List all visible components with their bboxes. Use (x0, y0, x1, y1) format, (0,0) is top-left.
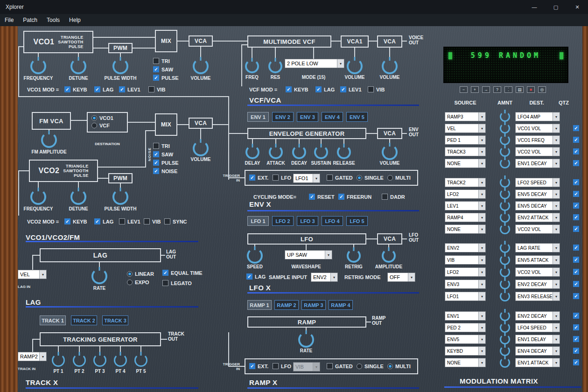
matrix-qtz-checkbox[interactable] (573, 348, 579, 354)
env-decay-knob[interactable] (292, 145, 306, 159)
vco1-frequency-knob[interactable] (30, 58, 46, 74)
fm-dest-vcf-option[interactable]: VCF (91, 123, 110, 128)
vco1-mod-vib-checkbox[interactable] (148, 86, 154, 92)
env-trigger-single-option[interactable]: SINGLE (357, 175, 384, 181)
matrix-dest-select[interactable]: VCO2 VOL▾ (515, 267, 560, 277)
lag-equal-time-check[interactable]: EQUAL TIME (162, 270, 203, 276)
vcf-res-knob[interactable] (268, 59, 282, 73)
env-trigger-ext-check[interactable]: EXT. (249, 175, 268, 181)
ramp-3-button[interactable]: RAMP 3 (301, 300, 326, 310)
matrix-qtz-checkbox[interactable] (573, 336, 579, 342)
matrix-source-select[interactable]: TRACK3▾ (445, 147, 486, 156)
matrix-qtz-checkbox[interactable] (573, 324, 579, 330)
matrix-amount-knob[interactable] (500, 334, 510, 344)
matrix-qtz-checkbox[interactable] (573, 137, 579, 143)
matrix-qtz-checkbox[interactable] (573, 269, 579, 275)
vco1-mod-lev1-check[interactable]: LEV1 (119, 86, 140, 92)
voice-vca-volume-knob[interactable] (382, 58, 398, 74)
mix2-saw-check[interactable]: SAW (153, 151, 173, 157)
matrix-dest-select[interactable]: ENV2 DECAY▾ (515, 311, 560, 321)
env-delay-knob[interactable] (245, 145, 259, 159)
track-pt2-knob[interactable] (73, 354, 86, 367)
fm-dest-vco1-radio[interactable] (91, 115, 97, 121)
matrix-dest-select[interactable]: LFO4 AMP▾ (515, 112, 560, 121)
matrix-qtz-checkbox[interactable] (573, 203, 579, 209)
lfo-2-button[interactable]: LFO 2 (272, 216, 294, 226)
ramp-trigger-single-option[interactable]: SINGLE (357, 364, 384, 369)
matrix-source-select[interactable]: NONE▾ (445, 224, 486, 234)
record-button[interactable]: ■ (527, 86, 535, 93)
ramp-trigger-gated-check[interactable]: GATED (327, 363, 353, 369)
vco1-mix-tri-checkbox[interactable] (153, 58, 159, 64)
fm-dest-vco1-option[interactable]: VCO1 (91, 115, 113, 121)
lag-legato-checkbox[interactable] (162, 280, 168, 286)
matrix-qtz-checkbox[interactable] (573, 160, 579, 166)
lag-rate-knob[interactable] (91, 268, 107, 284)
mix2-tri-checkbox[interactable] (153, 143, 159, 149)
env-4-button[interactable]: ENV 4 (322, 112, 343, 122)
ramp-trigger-multi-radio[interactable] (387, 364, 393, 369)
send-button[interactable]: → (482, 86, 490, 93)
matrix-amount-knob[interactable] (500, 212, 510, 223)
lfo-speed-knob[interactable] (247, 248, 263, 264)
env-trigger-lfo-check[interactable]: LFO (273, 175, 291, 181)
env-attack-knob[interactable] (269, 145, 283, 159)
close-button[interactable]: ✕ (567, 0, 588, 14)
matrix-source-select[interactable]: NONE▾ (445, 358, 486, 367)
ramp-trigger-ext-check[interactable]: EXT. (249, 363, 268, 369)
matrix-dest-select[interactable]: ENV2 DECAY▾ (515, 280, 560, 289)
matrix-amount-knob[interactable] (500, 224, 510, 234)
vco1-mod-lev1-checkbox[interactable] (119, 86, 125, 92)
matrix-dest-select[interactable]: ENV5 ATTACK▾ (515, 255, 560, 265)
more-button[interactable]: ⁚ (504, 86, 512, 93)
matrix-source-select[interactable]: RAMP3▾ (445, 112, 486, 121)
vco1-mix-pulse-checkbox[interactable] (153, 75, 159, 81)
matrix-source-select[interactable]: NONE▾ (445, 159, 486, 168)
matrix-dest-select[interactable]: LFO4 SPEED▾ (515, 323, 560, 332)
cycling-freerun-check[interactable]: FREERUN (338, 194, 371, 200)
matrix-source-select[interactable]: TRACK2▾ (445, 178, 486, 187)
minimize-button[interactable]: — (524, 0, 545, 14)
matrix-amount-knob[interactable] (500, 267, 510, 277)
vco1-mix-saw-check[interactable]: SAW (153, 66, 173, 72)
mix2-pulse-check[interactable]: PULSE (153, 160, 179, 166)
ramp-trigger-multi-option[interactable]: MULTI (387, 364, 411, 369)
vco1-mod-keyb-checkbox[interactable] (64, 86, 70, 92)
vco2-detune-knob[interactable] (70, 189, 86, 205)
vco1-mix-saw-checkbox[interactable] (153, 66, 159, 72)
matrix-dest-select[interactable]: ENV1 DELAY▾ (515, 335, 560, 344)
track-in-select[interactable]: RAMP2▾ (18, 352, 47, 361)
matrix-qtz-checkbox[interactable] (573, 226, 579, 232)
cycling-reset-check[interactable]: RESET (309, 194, 335, 200)
ramp-trigger-gated-checkbox[interactable] (327, 363, 333, 369)
vcf-mod-keyb-checkbox[interactable] (286, 86, 292, 92)
matrix-dest-select[interactable]: ENV1 DECAY▾ (515, 159, 560, 168)
lag-legato-check[interactable]: LEGATO (162, 280, 192, 286)
matrix-amount-knob[interactable] (500, 158, 510, 168)
vco2-mod-vib-checkbox[interactable] (144, 218, 150, 224)
vcf-mod-lev1-check[interactable]: LEV1 (340, 86, 362, 92)
env-trigger-lfo-checkbox[interactable] (273, 175, 279, 181)
menu-file[interactable]: File (0, 14, 18, 26)
matrix-amount-knob[interactable] (500, 123, 510, 133)
track-pt3-knob[interactable] (93, 354, 106, 367)
fm-dest-vcf-radio[interactable] (91, 123, 97, 128)
lfo-lag-checkbox[interactable] (246, 273, 252, 280)
matrix-source-select[interactable]: ENV5▾ (445, 335, 486, 344)
matrix-dest-select[interactable]: ENV4 DECAY▾ (515, 346, 560, 356)
menu-help[interactable]: Help (64, 14, 85, 26)
vca1-volume-knob[interactable] (347, 58, 363, 74)
lag-linear-option[interactable]: LINEAR (127, 271, 154, 277)
ramp-trigger-ext-checkbox[interactable] (249, 363, 255, 369)
matrix-qtz-checkbox[interactable] (573, 148, 579, 154)
vco2-mod-lag-check[interactable]: LAG (94, 218, 113, 224)
matrix-source-select[interactable]: LFO2▾ (445, 267, 486, 277)
vcf-mod-vib-checkbox[interactable] (368, 86, 374, 92)
env-1-button[interactable]: ENV 1 (247, 112, 269, 122)
vcf-mod-lag-check[interactable]: LAG (315, 86, 335, 92)
env-trigger-gated-checkbox[interactable] (327, 175, 333, 181)
mix2-noise-checkbox[interactable] (153, 168, 159, 174)
lfo-retrig-knob[interactable] (347, 249, 361, 263)
track-pt4-knob[interactable] (114, 354, 127, 367)
lag-expo-radio[interactable] (127, 280, 133, 285)
